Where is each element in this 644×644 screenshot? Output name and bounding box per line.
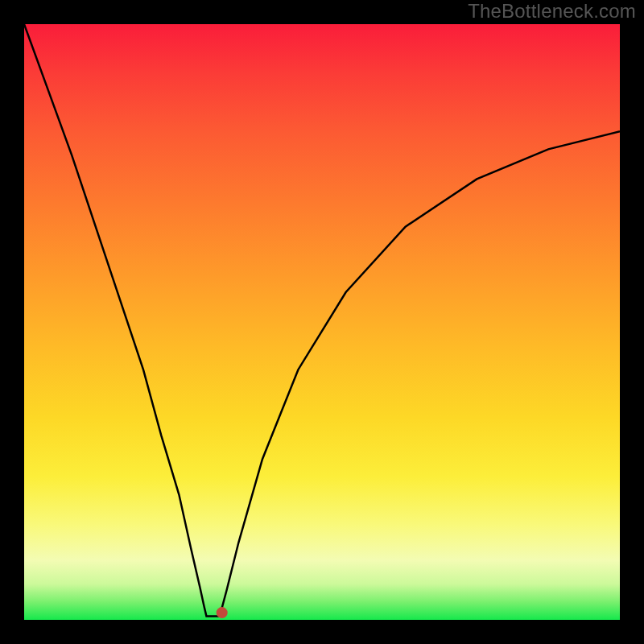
watermark-text: TheBottleneck.com bbox=[468, 0, 636, 23]
curve-layer bbox=[24, 24, 620, 620]
chart-stage: TheBottleneck.com bbox=[0, 0, 644, 644]
plot-area bbox=[24, 24, 620, 620]
vertex-marker bbox=[217, 607, 228, 618]
bottleneck-curve bbox=[24, 24, 620, 617]
